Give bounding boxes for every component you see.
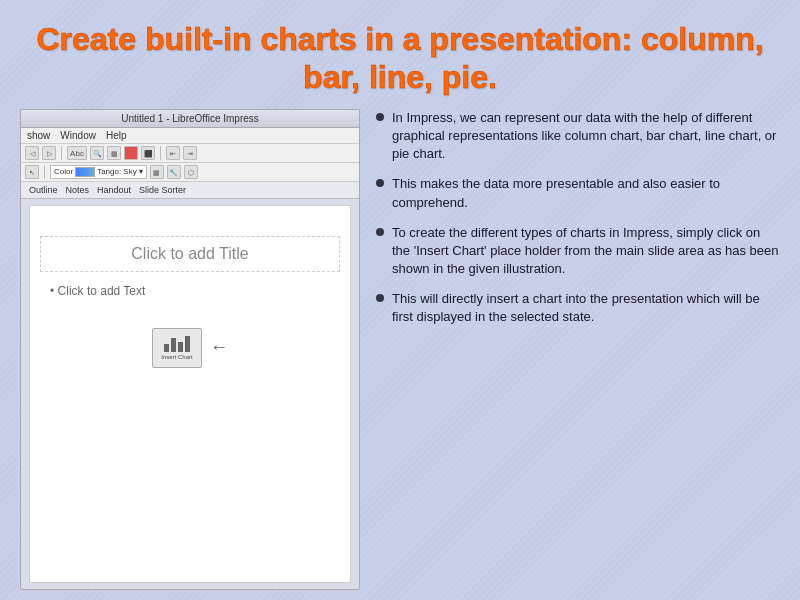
tab-slide-sorter[interactable]: Slide Sorter bbox=[135, 184, 190, 196]
slide-click-text-placeholder[interactable]: Click to add Text bbox=[50, 284, 145, 298]
toolbar-btn-5[interactable] bbox=[124, 146, 138, 160]
toolbar-btn-1[interactable]: ◁ bbox=[25, 146, 39, 160]
toolbar-btn-11[interactable]: ⬡ bbox=[184, 165, 198, 179]
menu-show[interactable]: show bbox=[27, 130, 50, 141]
impress-slide-area[interactable]: Click to add Title Click to add Text Ins… bbox=[29, 205, 351, 583]
slide-click-title-placeholder[interactable]: Click to add Title bbox=[40, 236, 340, 272]
bullet-item-4: This will directly insert a chart into t… bbox=[376, 290, 780, 326]
slide-container: Create built-in charts in a presentation… bbox=[0, 0, 800, 600]
insert-chart-label: Insert Chart bbox=[161, 354, 192, 360]
menu-window[interactable]: Window bbox=[60, 130, 96, 141]
chart-icon[interactable]: Insert Chart bbox=[152, 328, 202, 368]
color-swatch bbox=[75, 167, 95, 177]
bullet-text-1: In Impress, we can represent our data wi… bbox=[392, 109, 780, 164]
toolbar-btn-4[interactable]: ▦ bbox=[107, 146, 121, 160]
tab-handout[interactable]: Handout bbox=[93, 184, 135, 196]
toolbar-btn-9[interactable]: ▦ bbox=[150, 165, 164, 179]
color-label: Color bbox=[54, 167, 73, 176]
toolbar-btn-10[interactable]: 🔧 bbox=[167, 165, 181, 179]
bullet-text-3: To create the different types of charts … bbox=[392, 224, 780, 279]
window-title: Untitled 1 - LibreOffice Impress bbox=[121, 113, 259, 124]
bullet-dot-1 bbox=[376, 113, 384, 121]
toolbar-btn-2[interactable]: ▷ bbox=[42, 146, 56, 160]
slide-title: Create built-in charts in a presentation… bbox=[20, 10, 780, 109]
color-dropdown-icon[interactable]: ▾ bbox=[139, 167, 143, 176]
arrow-left-icon: ← bbox=[210, 337, 228, 358]
bullet-item-2: This makes the data more presentable and… bbox=[376, 175, 780, 211]
chart-bar-4 bbox=[185, 336, 190, 352]
toolbar-btn-abc[interactable]: Abc bbox=[67, 146, 87, 160]
bullet-dot-4 bbox=[376, 294, 384, 302]
bullet-item-3: To create the different types of charts … bbox=[376, 224, 780, 279]
chart-bar-1 bbox=[164, 344, 169, 352]
impress-titlebar: Untitled 1 - LibreOffice Impress bbox=[21, 110, 359, 128]
bullet-item-1: In Impress, we can represent our data wi… bbox=[376, 109, 780, 164]
toolbar-btn-7[interactable]: ⇤ bbox=[166, 146, 180, 160]
toolbar-btn-6[interactable]: ⬛ bbox=[141, 146, 155, 160]
impress-window: Untitled 1 - LibreOffice Impress show Wi… bbox=[21, 110, 359, 589]
impress-toolbar-2: ↖ Color Tango: Sky ▾ ▦ 🔧 ⬡ bbox=[21, 163, 359, 182]
toolbar-sep-1 bbox=[61, 146, 62, 160]
insert-chart-area[interactable]: Insert Chart ← bbox=[152, 328, 228, 368]
chart-icon-bars bbox=[164, 336, 190, 352]
color-value: Tango: Sky bbox=[97, 167, 137, 176]
toolbar-color-selector[interactable]: Color Tango: Sky ▾ bbox=[50, 165, 147, 179]
bullet-text-2: This makes the data more presentable and… bbox=[392, 175, 780, 211]
bullets-panel: In Impress, we can represent our data wi… bbox=[376, 109, 780, 590]
impress-menubar: show Window Help bbox=[21, 128, 359, 144]
toolbar-btn-8[interactable]: ⇥ bbox=[183, 146, 197, 160]
toolbar-btn-3[interactable]: 🔍 bbox=[90, 146, 104, 160]
tab-notes[interactable]: Notes bbox=[62, 184, 94, 196]
impress-toolbar-1: ◁ ▷ Abc 🔍 ▦ ⬛ ⇤ ⇥ bbox=[21, 144, 359, 163]
bullet-dot-3 bbox=[376, 228, 384, 236]
toolbar-btn-cursor[interactable]: ↖ bbox=[25, 165, 39, 179]
bullet-text-4: This will directly insert a chart into t… bbox=[392, 290, 780, 326]
screenshot-panel: Untitled 1 - LibreOffice Impress show Wi… bbox=[20, 109, 360, 590]
impress-tabs: Outline Notes Handout Slide Sorter bbox=[21, 182, 359, 199]
toolbar-sep-2 bbox=[160, 146, 161, 160]
content-area: Untitled 1 - LibreOffice Impress show Wi… bbox=[20, 109, 780, 590]
bullet-dot-2 bbox=[376, 179, 384, 187]
chart-bar-2 bbox=[171, 338, 176, 352]
tab-outline[interactable]: Outline bbox=[25, 184, 62, 196]
menu-help[interactable]: Help bbox=[106, 130, 127, 141]
chart-bar-3 bbox=[178, 342, 183, 352]
toolbar-sep-3 bbox=[44, 165, 45, 179]
